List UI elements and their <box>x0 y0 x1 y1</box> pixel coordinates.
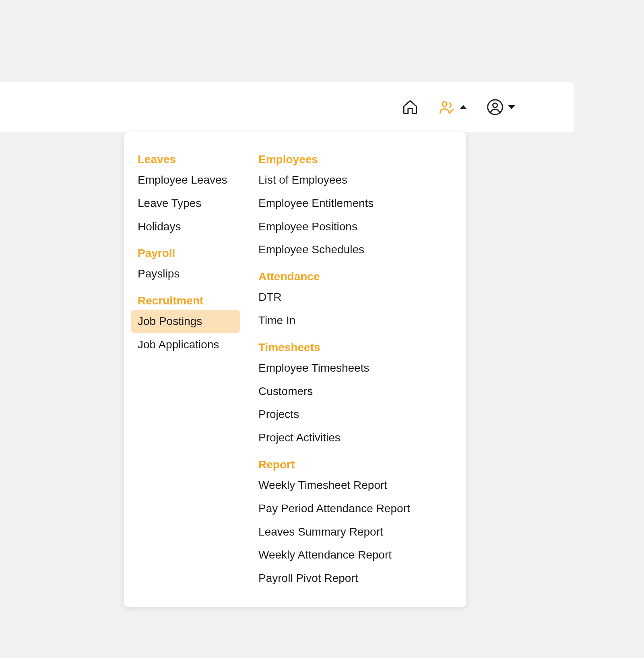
menu-item-weekly-attendance-report[interactable]: Weekly Attendance Report <box>252 543 459 567</box>
people-icon <box>438 98 456 116</box>
home-icon <box>402 99 419 116</box>
menu-column-right: Employees List of Employees Employee Ent… <box>252 149 459 590</box>
user-icon <box>486 98 504 116</box>
svg-point-0 <box>442 102 447 107</box>
menu-item-holidays[interactable]: Holidays <box>131 215 240 238</box>
menu-item-weekly-timesheet-report[interactable]: Weekly Timesheet Report <box>252 474 459 497</box>
people-dropdown[interactable] <box>438 98 467 116</box>
menu-item-project-activities[interactable]: Project Activities <box>252 426 459 449</box>
nav-dropdown-menu: Leaves Employee Leaves Leave Types Holid… <box>124 132 466 607</box>
menu-item-list-employees[interactable]: List of Employees <box>252 168 459 192</box>
menu-item-dtr[interactable]: DTR <box>252 286 459 309</box>
menu-item-customers[interactable]: Customers <box>252 380 459 403</box>
category-attendance: Attendance <box>252 266 459 286</box>
menu-item-job-applications[interactable]: Job Applications <box>131 333 240 356</box>
menu-item-employee-schedules[interactable]: Employee Schedules <box>252 238 459 261</box>
svg-point-2 <box>493 103 497 108</box>
menu-item-employee-entitlements[interactable]: Employee Entitlements <box>252 192 459 215</box>
home-button[interactable] <box>402 99 419 116</box>
top-nav-bar <box>0 82 574 132</box>
menu-item-leave-types[interactable]: Leave Types <box>131 192 240 215</box>
menu-item-payroll-pivot-report[interactable]: Payroll Pivot Report <box>252 567 459 590</box>
category-timesheets: Timesheets <box>252 337 459 356</box>
menu-item-payslips[interactable]: Payslips <box>131 262 240 286</box>
user-dropdown[interactable] <box>486 98 515 116</box>
menu-item-pay-period-attendance-report[interactable]: Pay Period Attendance Report <box>252 497 459 520</box>
category-employees: Employees <box>252 149 459 168</box>
menu-column-left: Leaves Employee Leaves Leave Types Holid… <box>131 149 240 590</box>
category-recruitment: Recruitment <box>131 290 240 310</box>
menu-item-employee-timesheets[interactable]: Employee Timesheets <box>252 356 459 380</box>
category-report: Report <box>252 454 459 474</box>
caret-up-icon <box>460 105 467 109</box>
menu-item-employee-positions[interactable]: Employee Positions <box>252 215 459 238</box>
menu-item-leaves-summary-report[interactable]: Leaves Summary Report <box>252 520 459 544</box>
menu-item-projects[interactable]: Projects <box>252 403 459 426</box>
menu-item-employee-leaves[interactable]: Employee Leaves <box>131 168 240 192</box>
caret-down-icon <box>508 105 515 109</box>
category-payroll: Payroll <box>131 243 240 262</box>
category-leaves: Leaves <box>131 149 240 168</box>
menu-item-job-postings[interactable]: Job Postings <box>131 310 240 333</box>
menu-item-time-in[interactable]: Time In <box>252 309 459 332</box>
